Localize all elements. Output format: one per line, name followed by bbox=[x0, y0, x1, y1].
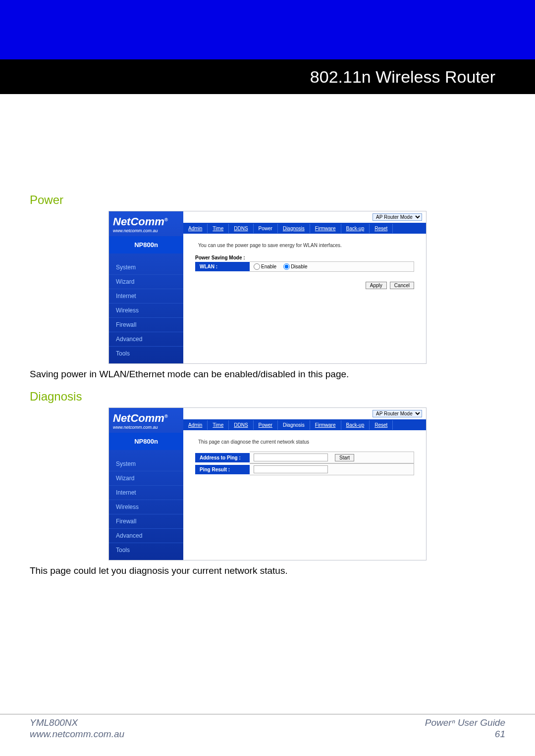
tab-time[interactable]: Time bbox=[208, 224, 229, 233]
model-label: NP800n bbox=[109, 433, 183, 450]
mode-select[interactable]: AP Router Mode bbox=[373, 410, 422, 417]
logo-url: www.netcomm.com.au bbox=[109, 425, 183, 430]
tab-backup[interactable]: Back-up bbox=[341, 420, 370, 430]
wlan-enable-label: Enable bbox=[261, 264, 276, 269]
logo-url: www.netcomm.com.au bbox=[109, 228, 183, 233]
sidebar-item-tools[interactable]: Tools bbox=[109, 346, 183, 360]
page-footer: YML800NX www.netcomm.com.au Powerⁿ User … bbox=[0, 714, 535, 740]
tab-admin[interactable]: Admin bbox=[183, 224, 208, 233]
addr-row-label: Address to Ping : bbox=[195, 453, 250, 462]
sidebar-item-wireless[interactable]: Wireless bbox=[109, 303, 183, 317]
tab-backup[interactable]: Back-up bbox=[341, 224, 370, 233]
addr-row-field: Start bbox=[250, 452, 414, 463]
tab-bar: Admin Time DDNS Power Diagnosis Firmware… bbox=[183, 223, 426, 234]
tab-diagnosis[interactable]: Diagnosis bbox=[278, 224, 310, 233]
document-title: 802.11n Wireless Router bbox=[310, 67, 495, 87]
sidebar-item-wireless[interactable]: Wireless bbox=[109, 500, 183, 514]
result-row-label: Ping Result : bbox=[195, 465, 250, 474]
tab-firmware[interactable]: Firmware bbox=[310, 224, 341, 233]
power-caption: Saving power in WLAN/Ethernet mode can b… bbox=[30, 369, 505, 380]
router-sidebar: NetComm® www.netcomm.com.au NP800n Syste… bbox=[109, 211, 183, 363]
tab-time[interactable]: Time bbox=[208, 420, 229, 430]
footer-page-number: 61 bbox=[425, 729, 505, 740]
diag-description: This page can diagnose the current netwo… bbox=[183, 430, 426, 452]
wlan-disable-option[interactable]: Disable bbox=[283, 263, 307, 270]
logo-reg: ® bbox=[164, 217, 168, 222]
tab-ddns[interactable]: DDNS bbox=[229, 224, 253, 233]
result-row-field bbox=[250, 463, 414, 475]
tab-ddns[interactable]: DDNS bbox=[229, 420, 253, 430]
tab-bar: Admin Time DDNS Power Diagnosis Firmware… bbox=[183, 419, 426, 430]
model-label: NP800n bbox=[109, 236, 183, 253]
sidebar-item-wizard[interactable]: Wizard bbox=[109, 274, 183, 289]
wlan-enable-option[interactable]: Enable bbox=[254, 263, 276, 270]
router-main-diagnosis: AP Router Mode Admin Time DDNS Power Dia… bbox=[183, 408, 426, 560]
power-buttons: Apply Cancel bbox=[183, 279, 426, 304]
wlan-disable-radio[interactable] bbox=[283, 263, 290, 270]
sidebar-item-system[interactable]: System bbox=[109, 260, 183, 274]
wlan-enable-radio[interactable] bbox=[254, 263, 260, 270]
sidebar-item-internet[interactable]: Internet bbox=[109, 289, 183, 303]
header-black-band: 802.11n Wireless Router bbox=[0, 59, 535, 94]
footer-left: YML800NX www.netcomm.com.au bbox=[30, 717, 124, 740]
mode-select[interactable]: AP Router Mode bbox=[373, 213, 422, 221]
netcomm-logo: NetComm® bbox=[109, 408, 183, 425]
sidebar-item-firewall[interactable]: Firewall bbox=[109, 317, 183, 332]
start-button[interactable]: Start bbox=[335, 454, 354, 461]
addr-row: Address to Ping : Start bbox=[195, 452, 414, 463]
logo-reg: ® bbox=[164, 414, 168, 419]
tab-diagnosis[interactable]: Diagnosis bbox=[278, 420, 310, 430]
sidebar-item-internet[interactable]: Internet bbox=[109, 485, 183, 500]
netcomm-logo: NetComm® bbox=[109, 211, 183, 228]
power-form: Power Saving Mode : WLAN : Enable Disabl… bbox=[183, 255, 426, 279]
page-content: Power NetComm® www.netcomm.com.au NP800n… bbox=[0, 94, 535, 576]
footer-guide: Powerⁿ User Guide bbox=[425, 717, 505, 729]
apply-button[interactable]: Apply bbox=[366, 282, 387, 289]
logo-text: NetComm bbox=[113, 215, 164, 228]
section-heading-power: Power bbox=[30, 193, 505, 207]
section-heading-diagnosis: Diagnosis bbox=[30, 390, 505, 403]
header-blue-band bbox=[0, 0, 535, 59]
router-sidebar: NetComm® www.netcomm.com.au NP800n Syste… bbox=[109, 408, 183, 560]
diag-form: Address to Ping : Start Ping Result : bbox=[183, 452, 426, 482]
wlan-row-field: Enable Disable bbox=[250, 261, 414, 272]
footer-model: YML800NX bbox=[30, 717, 124, 729]
ping-result-output bbox=[254, 465, 328, 473]
mode-bar: AP Router Mode bbox=[183, 211, 426, 223]
tab-reset[interactable]: Reset bbox=[370, 420, 393, 430]
wlan-row: WLAN : Enable Disable bbox=[195, 261, 414, 272]
power-description: You can use the power page to save energ… bbox=[183, 234, 426, 255]
tab-reset[interactable]: Reset bbox=[370, 224, 393, 233]
footer-url: www.netcomm.com.au bbox=[30, 729, 124, 740]
sidebar-item-wizard[interactable]: Wizard bbox=[109, 471, 183, 485]
mode-bar: AP Router Mode bbox=[183, 408, 426, 419]
screenshot-diagnosis: NetComm® www.netcomm.com.au NP800n Syste… bbox=[30, 407, 505, 560]
result-row: Ping Result : bbox=[195, 463, 414, 475]
wlan-row-label: WLAN : bbox=[195, 262, 250, 271]
sidebar-item-tools[interactable]: Tools bbox=[109, 543, 183, 557]
router-main-power: AP Router Mode Admin Time DDNS Power Dia… bbox=[183, 211, 426, 363]
sidebar-item-advanced[interactable]: Advanced bbox=[109, 528, 183, 543]
sidebar-item-system[interactable]: System bbox=[109, 457, 183, 471]
tab-firmware[interactable]: Firmware bbox=[310, 420, 341, 430]
diagnosis-caption: This page could let you diagnosis your c… bbox=[30, 565, 505, 576]
sidebar-item-firewall[interactable]: Firewall bbox=[109, 514, 183, 528]
logo-text: NetComm bbox=[113, 412, 164, 424]
tab-power[interactable]: Power bbox=[254, 224, 278, 233]
ping-address-input[interactable] bbox=[254, 454, 328, 461]
screenshot-power: NetComm® www.netcomm.com.au NP800n Syste… bbox=[30, 211, 505, 364]
sidebar-item-advanced[interactable]: Advanced bbox=[109, 332, 183, 346]
tab-power[interactable]: Power bbox=[254, 420, 278, 430]
cancel-button[interactable]: Cancel bbox=[390, 282, 414, 289]
tab-admin[interactable]: Admin bbox=[183, 420, 208, 430]
footer-right: Powerⁿ User Guide 61 bbox=[425, 717, 505, 740]
wlan-disable-label: Disable bbox=[291, 264, 307, 269]
power-group-title: Power Saving Mode : bbox=[195, 255, 414, 261]
